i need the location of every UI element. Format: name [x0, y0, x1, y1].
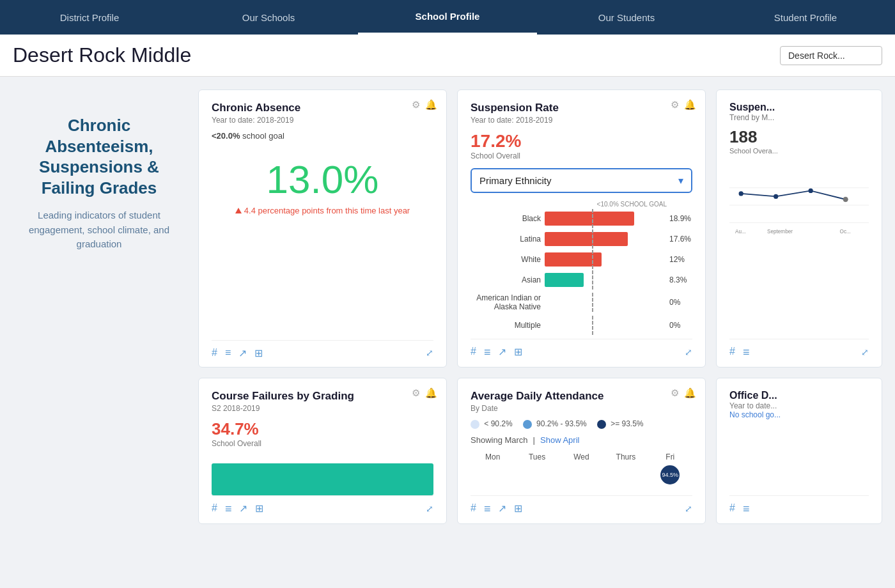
card-view-icons: # ≡ ↗ ⊞ [471, 502, 522, 516]
bell-icon[interactable]: 🔔 [425, 387, 437, 399]
settings-icon[interactable]: ⚙ [412, 387, 420, 399]
bar-row: Latina17.6% [471, 232, 692, 246]
ada-card-icons[interactable]: ⚙ 🔔 [671, 387, 696, 399]
settings-icon[interactable]: ⚙ [412, 99, 420, 111]
bar-row: American Indian or Alaska Native0% [471, 293, 692, 312]
bar-wrapper [545, 212, 663, 226]
bar-chart-icon[interactable]: ≡ [225, 502, 232, 516]
nav-our-schools[interactable]: Our Schools [179, 0, 358, 35]
cards-grid: ⚙ 🔔 Chronic Absence Year to date: 2018-2… [198, 89, 882, 524]
suspension-rate-subtitle: Year to date: 2018-2019 [471, 116, 692, 125]
hashtag-icon[interactable]: # [212, 347, 217, 359]
office-d-card: Office D... Year to date... No school go… [716, 378, 882, 524]
nav-school-profile[interactable]: School Profile [358, 0, 537, 35]
bar-wrapper [545, 318, 663, 332]
ada-title: Average Daily Attendance [471, 390, 692, 403]
ada-subtitle: By Date [471, 404, 692, 413]
day-wed: Wed [559, 453, 603, 461]
svg-point-5 [809, 189, 813, 193]
bar-chart-icon[interactable]: ≡ [743, 502, 750, 516]
chronic-absence-subtitle: Year to date: 2018-2019 [212, 116, 433, 125]
goal-dashed-line [592, 209, 593, 228]
suspension-rate-card: ⚙ 🔔 Suspension Rate Year to date: 2018-2… [457, 89, 706, 368]
bar-fill [545, 273, 584, 287]
chronic-absence-icons-row: # ≡ ↗ ⊞ ⤢ [212, 340, 433, 359]
chronic-absence-goal: <20.0% school goal [212, 131, 433, 141]
legend-dot-low [471, 420, 479, 429]
bell-icon[interactable]: 🔔 [425, 99, 437, 111]
arrow-up-icon [235, 208, 242, 213]
bar-row: Black18.9% [471, 212, 692, 226]
section-title: Chronic Absenteeism, Suspensions & Faili… [13, 115, 185, 198]
bar-fill [545, 232, 628, 246]
hashtag-icon[interactable]: # [471, 346, 476, 359]
bar-chart-icon[interactable]: ≡ [743, 346, 750, 359]
expand-icon[interactable]: ⤢ [426, 504, 433, 514]
card-view-icons: # ≡ ↗ ⊞ [212, 347, 263, 359]
suspension-icons-row: # ≡ ↗ ⊞ ⤢ [471, 339, 692, 359]
grid-chart-icon[interactable]: ⊞ [514, 502, 522, 516]
suspension-rate-value: 17.2% [471, 131, 692, 151]
calendar-cell-empty [471, 465, 515, 484]
course-failures-card: ⚙ 🔔 Course Failures by Grading S2 2018-2… [198, 378, 447, 524]
hashtag-icon[interactable]: # [729, 502, 735, 516]
expand-icon[interactable]: ⤢ [685, 504, 692, 514]
bar-value-label: 0% [669, 321, 692, 330]
office-d-title: Office D... [729, 390, 869, 401]
bar-label: Latina [471, 235, 541, 244]
course-failures-overall: School Overall [212, 439, 433, 448]
nav-our-students[interactable]: Our Students [537, 0, 716, 35]
expand-icon[interactable]: ⤢ [861, 347, 869, 357]
chronic-absence-card: ⚙ 🔔 Chronic Absence Year to date: 2018-2… [198, 89, 447, 368]
no-school-goal-link[interactable]: No school go... [729, 410, 869, 419]
grid-chart-icon[interactable]: ⊞ [514, 346, 522, 359]
bar-chart-icon[interactable]: ≡ [484, 502, 491, 516]
nav-district-profile[interactable]: District Profile [0, 0, 179, 35]
left-panel: Chronic Absenteeism, Suspensions & Faili… [13, 89, 198, 524]
legend-mid: 90.2% - 93.5% [523, 419, 587, 429]
expand-icon[interactable]: ⤢ [426, 348, 433, 358]
trend-overall-value: 188 [729, 127, 869, 147]
expand-icon[interactable]: ⤢ [685, 347, 692, 357]
suspension-rate-card-icons[interactable]: ⚙ 🔔 [671, 99, 696, 111]
course-failures-subtitle: S2 2018-2019 [212, 404, 433, 413]
nav-student-profile[interactable]: Student Profile [716, 0, 895, 35]
trend-line-icon[interactable]: ↗ [239, 502, 247, 516]
bar-label: Black [471, 214, 541, 223]
bar-label: Multiple [471, 321, 541, 330]
bell-icon[interactable]: 🔔 [684, 387, 696, 399]
svg-point-4 [774, 194, 778, 199]
metric-change: 4.4 percentage points from this time las… [212, 206, 433, 215]
course-failures-card-icons[interactable]: ⚙ 🔔 [412, 387, 437, 399]
day-mon: Mon [471, 453, 515, 461]
show-april-link[interactable]: Show April [540, 435, 579, 445]
suspension-trend-card: Suspen... Trend by M... 188 School Overa… [716, 89, 882, 368]
grid-chart-icon[interactable]: ⊞ [255, 502, 263, 516]
settings-icon[interactable]: ⚙ [671, 99, 679, 111]
svg-text:Oc...: Oc... [840, 229, 851, 235]
trend-line-icon[interactable]: ↗ [498, 502, 506, 516]
svg-text:Au...: Au... [735, 229, 746, 235]
chronic-absence-card-icons[interactable]: ⚙ 🔔 [412, 99, 437, 111]
trend-line-icon[interactable]: ↗ [498, 346, 506, 359]
primary-ethnicity-dropdown[interactable]: Primary Ethnicity ▾ [471, 168, 692, 193]
bar-value-label: 17.6% [669, 235, 692, 244]
settings-icon[interactable]: ⚙ [671, 387, 679, 399]
hashtag-icon[interactable]: # [729, 346, 735, 359]
page-header: Desert Rock Middle Desert Rock... [0, 35, 895, 77]
office-d-icons-row: # ≡ [729, 495, 869, 516]
bar-chart-icon[interactable]: ≡ [225, 347, 231, 359]
calendar-cell-filled: 94.5% [648, 465, 692, 484]
chronic-absence-title: Chronic Absence [212, 102, 433, 114]
hashtag-icon[interactable]: # [471, 502, 476, 516]
hashtag-icon[interactable]: # [212, 502, 217, 516]
trend-line-chart: Au... September Oc... [729, 161, 869, 240]
trend-line-icon[interactable]: ↗ [238, 347, 247, 359]
grid-chart-icon[interactable]: ⊞ [254, 347, 263, 359]
bar-wrapper [545, 273, 663, 287]
bell-icon[interactable]: 🔔 [684, 99, 696, 111]
bar-chart-icon[interactable]: ≡ [484, 346, 491, 359]
school-selector[interactable]: Desert Rock... [780, 46, 882, 65]
goal-dashed-line [592, 250, 593, 269]
chronic-absence-value: 13.0% [212, 160, 433, 199]
